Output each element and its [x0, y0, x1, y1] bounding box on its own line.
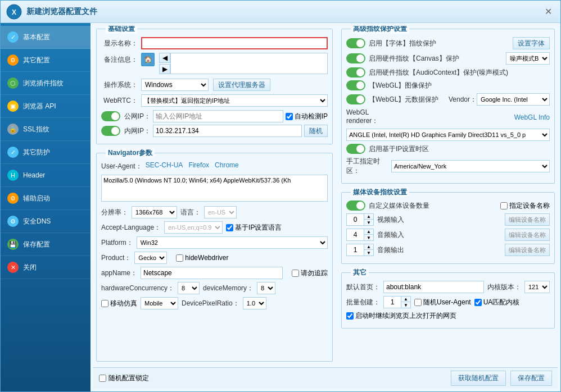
- firefox-tab[interactable]: Firefox: [188, 161, 209, 169]
- lock-checkbox[interactable]: [99, 375, 106, 382]
- audio-output-count[interactable]: [347, 244, 364, 256]
- audio-input-edit-btn[interactable]: 编辑设备名称: [505, 229, 550, 241]
- audio-output-down-btn[interactable]: ▼: [364, 250, 373, 256]
- public-ip-toggle[interactable]: [101, 111, 120, 121]
- sidebar-item-ssl[interactable]: 🔒 SSL指纹: [1, 118, 91, 141]
- custom-count-toggle[interactable]: [346, 200, 365, 211]
- get-random-btn[interactable]: 获取随机配置: [451, 371, 506, 386]
- batch-create-row: 批量创建： ▲ ▼ 随机User-Agent: [346, 296, 550, 308]
- display-name-input[interactable]: [141, 37, 328, 49]
- audio-output-up-btn[interactable]: ▲: [364, 244, 373, 250]
- save-config-btn[interactable]: 保存配置: [510, 371, 552, 386]
- sidebar-item-header[interactable]: H Header: [1, 164, 91, 187]
- note-next-btn[interactable]: ▶: [159, 64, 170, 74]
- webgl-info-link[interactable]: WebGL Info: [514, 113, 550, 121]
- video-input-row: ▲ ▼ 视频输入 编辑设备名称: [346, 213, 550, 226]
- audio-input-down-btn[interactable]: ▼: [364, 235, 373, 240]
- ua-textarea[interactable]: Mozilla/5.0 (Windows NT 10.0; Win64; x64…: [101, 175, 328, 202]
- webgl-element-toggle[interactable]: [346, 94, 365, 104]
- window-title: 新建浏览器配置文件: [26, 7, 541, 17]
- webrtc-select[interactable]: 【替换模式】返回指定的IP地址: [141, 94, 328, 107]
- no-trace-checkbox[interactable]: [292, 270, 299, 277]
- proxy-button[interactable]: 设置代理服务器: [213, 79, 270, 91]
- default-page-input[interactable]: [383, 281, 484, 293]
- video-spinners: ▲ ▼: [364, 214, 373, 225]
- canvas-protection-row: 启用硬件指纹【Canvas】保护 噪声模式B噪声模式A噪声模式C: [346, 52, 550, 65]
- sidebar-item-browser-api[interactable]: ▣ 浏览器 API: [1, 95, 91, 118]
- ua-match-checkbox[interactable]: [474, 299, 482, 306]
- sidebar-item-basic[interactable]: ✓ 基本配置: [1, 26, 91, 49]
- pixel-ratio-select[interactable]: 1.01.52.0: [243, 297, 266, 309]
- video-count-input[interactable]: [347, 214, 364, 225]
- sidebar-item-close[interactable]: ✕ 关闭: [1, 256, 91, 279]
- random-ip-btn[interactable]: 随机: [304, 125, 328, 137]
- noise-mode-select[interactable]: 噪声模式B噪声模式A噪声模式C: [506, 52, 550, 65]
- batch-count-input[interactable]: [384, 297, 401, 308]
- note-nav-controls: ◀ ▶: [159, 53, 170, 75]
- auto-restore-checkbox[interactable]: [346, 312, 354, 320]
- os-select[interactable]: Windows macOS Linux: [141, 79, 209, 91]
- home-button[interactable]: 🏠: [141, 53, 155, 66]
- other-panel-title: 其它: [351, 268, 369, 277]
- resolution-select[interactable]: 1366x7681920x10802560x1440: [132, 206, 177, 218]
- sidebar-item-auto-start[interactable]: ⚙ 辅助启动: [1, 187, 91, 210]
- canvas-protection-toggle[interactable]: [346, 53, 365, 63]
- chrome-tab[interactable]: Chrome: [215, 161, 239, 169]
- video-count-spinner: ▲ ▼: [346, 213, 374, 226]
- sidebar-item-dns[interactable]: ⚙ 安全DNS: [1, 210, 91, 233]
- device-memory-select[interactable]: 8246: [257, 282, 275, 294]
- product-select[interactable]: Gecko: [134, 252, 167, 264]
- internal-ip-label: 内网IP：: [123, 126, 151, 136]
- note-input[interactable]: [170, 53, 328, 74]
- internal-ip-input[interactable]: [153, 125, 302, 137]
- set-font-button[interactable]: 设置字体: [513, 37, 550, 49]
- public-ip-input[interactable]: [153, 110, 283, 122]
- webgl-image-toggle[interactable]: [346, 80, 365, 90]
- close-button[interactable]: ✕: [541, 5, 555, 19]
- platform-select[interactable]: Win32Win64MacIntel: [137, 236, 328, 249]
- appname-input[interactable]: [141, 267, 283, 279]
- language-select[interactable]: en-USzh-CN: [204, 206, 237, 218]
- batch-spinners: ▲ ▼: [401, 297, 410, 308]
- sidebar-item-browser-plugin[interactable]: ⬡ 浏览插件指纹: [1, 72, 91, 95]
- webgl-renderer-select[interactable]: ANGLE (Intel, Intel(R) HD Graphics Famil…: [346, 129, 550, 141]
- hide-webdriver-checkbox[interactable]: [176, 254, 183, 262]
- video-down-btn[interactable]: ▼: [364, 220, 373, 225]
- timezone-select[interactable]: America/New_YorkAsia/Shanghai: [391, 160, 550, 172]
- batch-down-btn[interactable]: ▼: [401, 302, 410, 308]
- audio-input-count[interactable]: [347, 229, 364, 240]
- sidebar-item-save[interactable]: 💾 保存配置: [1, 233, 91, 256]
- accept-lang-select[interactable]: en-US,en;q=0.9zh-CN,zh;q=0.9: [164, 221, 223, 234]
- left-panels: 基础设置 显示名称： 备注信息： 🏠 ◀ ▶: [93, 26, 336, 364]
- auto-detect-checkbox[interactable]: [286, 113, 293, 120]
- kernel-version-label: 内核版本：: [487, 282, 521, 292]
- note-prev-btn[interactable]: ◀: [159, 53, 170, 63]
- hw-concurrency-select[interactable]: 824612: [178, 282, 200, 294]
- specify-name-checkbox[interactable]: [500, 202, 508, 209]
- audio-output-spinner: ▲ ▼: [346, 244, 374, 256]
- internal-ip-toggle[interactable]: [101, 126, 120, 136]
- video-edit-btn[interactable]: 编辑设备名称: [505, 213, 550, 226]
- timezone-toggle[interactable]: [346, 144, 365, 154]
- webgl-element-label: 【WebGL】元数据保护: [369, 95, 449, 104]
- sec-ch-ua-tab[interactable]: SEC-CH-UA: [146, 161, 183, 169]
- public-ip-label: 公网IP：: [123, 112, 151, 121]
- ip-lang-checkbox-label: 基于IP设置语言: [226, 223, 282, 233]
- kernel-version-select[interactable]: 121120119: [524, 281, 550, 293]
- audio-output-edit-btn[interactable]: 编辑设备名称: [505, 244, 550, 256]
- vendor-select[interactable]: Google Inc. (IntelGoogle Inc.: [477, 93, 550, 106]
- webgl-renderer-row: WebGL renderer： WebGL Info: [346, 108, 550, 126]
- hw-row: hardwareConcurrency： 824612 deviceMemory…: [101, 282, 328, 294]
- auto-start-icon: ⚙: [7, 193, 19, 204]
- random-ua-checkbox[interactable]: [414, 299, 422, 306]
- sidebar-item-other-config[interactable]: ⚙ 其它配置: [1, 49, 91, 72]
- mobile-checkbox[interactable]: [101, 300, 108, 307]
- video-up-btn[interactable]: ▲: [364, 214, 373, 220]
- audio-context-toggle[interactable]: [346, 67, 365, 78]
- ip-lang-checkbox[interactable]: [226, 224, 233, 231]
- audio-input-up-btn[interactable]: ▲: [364, 229, 373, 235]
- font-protection-toggle[interactable]: [346, 38, 365, 48]
- mobile-select[interactable]: MobileDesktop: [141, 297, 178, 309]
- sidebar-item-protection[interactable]: ✓ 其它防护: [1, 141, 91, 164]
- batch-up-btn[interactable]: ▲: [401, 297, 410, 302]
